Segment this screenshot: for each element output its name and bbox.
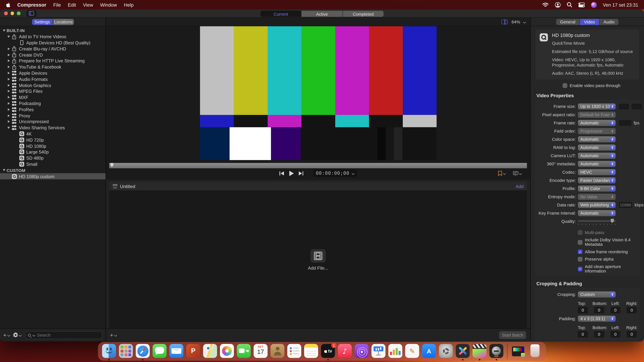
value-field[interactable] [632,104,642,109]
sidebar-item-large-540p[interactable]: Large 540p [0,149,106,155]
popup-frame-rate[interactable]: Automatic [578,120,616,126]
cropping-value-field[interactable]: 0 [578,307,588,313]
disclosure-icon[interactable] [2,169,6,171]
dock-mail[interactable] [170,344,184,360]
dock-reminders[interactable] [287,344,301,360]
popup-key-frame-interval[interactable]: Automatic [578,210,616,216]
popup-padding[interactable]: 4 x 3 (1.33:1) [578,316,616,322]
popup-color-space[interactable]: Automatic [578,136,616,142]
slider-knob[interactable] [611,219,614,223]
sidebar-item-sd-480p[interactable]: SD 480p [0,155,106,161]
disclosure-icon[interactable] [7,120,10,123]
add-preset-button[interactable]: + [3,332,10,338]
tab-current[interactable]: Current [260,11,302,17]
disclosure-icon[interactable] [7,60,10,62]
popup-cropping[interactable]: Custom [578,292,616,298]
sidebar-item-hd-1080p-custom[interactable]: HD 1080p custom [0,173,106,179]
next-frame-button[interactable] [298,171,303,175]
dock-messages[interactable] [152,344,166,360]
checkbox-allow-frame-reordering[interactable]: ✓Allow frame reordering [578,250,637,254]
enable-passthrough-checkbox[interactable]: Enable video pass-through [563,83,644,88]
data-rate-field[interactable]: 10986 [619,202,632,208]
sidebar-item-mpeg-files[interactable]: MPEG Files [0,88,106,94]
tab-general[interactable]: General [556,19,580,25]
playhead[interactable] [110,163,114,167]
padding-value-field[interactable]: 0 [610,331,620,338]
menu-help[interactable]: Help [124,2,134,7]
apple-menu-icon[interactable] [6,2,11,7]
dock-trash[interactable] [528,344,542,360]
sidebar-item-youtube-facebook[interactable]: YouTube & Facebook [0,64,106,70]
value-field[interactable] [619,104,629,109]
sidebar-item-create-blu-ray-avchd[interactable]: Create Blu-ray / AVCHD [0,46,106,52]
cropping-value-field[interactable]: 0 [627,307,637,313]
dock-finder[interactable] [102,344,116,360]
menu-window[interactable]: Window [100,2,117,7]
dock-appstore[interactable]: A [422,344,436,360]
dock-keynote[interactable] [372,344,386,360]
menu-bar-clock[interactable]: Ven 17 set 23:31 [603,2,638,7]
sidebar-item-mxf[interactable]: MXF [0,94,106,100]
dock-launchpad[interactable] [119,344,133,360]
spotlight-search-icon[interactable] [567,2,572,7]
popup-camera-lut[interactable]: Automatic [578,153,616,159]
sidebar-section-custom[interactable]: CUSTOM [0,167,106,173]
window-titlebar[interactable]: CurrentActiveCompleted [0,9,644,18]
sidebar-item-proxy[interactable]: Proxy [0,112,106,118]
add-file-button[interactable] [310,249,326,263]
popup-frame-size[interactable]: Up to 1920 x 1080 [578,103,616,110]
disclosure-icon[interactable] [7,36,10,38]
popup-360-metadata[interactable]: Automatic [578,161,616,167]
menu-file[interactable]: File [53,2,61,7]
sidebar-item-add-to-tv-home-videos[interactable]: Add to TV Home Videos [0,34,106,40]
dock-safari[interactable] [136,344,150,360]
dock-maps[interactable] [203,344,217,360]
disclosure-icon[interactable] [7,53,10,56]
batch-header[interactable]: Untitled Add [109,182,527,191]
padding-value-field[interactable]: 0 [627,331,637,338]
padding-value-field[interactable]: 0 [578,331,588,338]
sidebar-item-apple-devices-hd-best-quality[interactable]: Apple Devices HD (Best Quality) [0,40,106,46]
tab-active[interactable]: Active [302,11,343,17]
popup-codec[interactable]: HEVC [578,169,616,175]
popup-encoder-type[interactable]: Faster (standard qua... [578,177,616,183]
dock-music[interactable]: ♪ [338,344,352,360]
disclosure-icon[interactable] [7,66,10,68]
close-button[interactable] [4,12,8,15]
dock-powerpoint[interactable]: P [186,344,200,360]
sidebar-item-hd-720p[interactable]: HD 720p [0,137,106,143]
disclosure-icon[interactable] [7,90,10,92]
popup-data-rate[interactable]: Web publishing [578,202,616,208]
dock-final-cut-pro[interactable] [472,344,486,360]
dock-minimized-window[interactable] [511,344,525,360]
dock-system-preferences[interactable] [439,344,453,360]
disclosure-icon[interactable] [7,72,10,74]
disclosure-icon[interactable] [2,29,6,31]
dock-contacts[interactable] [270,344,284,360]
toggle-sidebar-button[interactable] [26,10,36,17]
tab-locations[interactable]: Locations [53,19,74,25]
tab-completed[interactable]: Completed [343,11,384,17]
popup-raw-to-log[interactable]: Automatic [578,144,616,151]
tab-video[interactable]: Video [580,19,600,25]
checkbox-include-dolby-vision-8-4-metadata[interactable]: Include Dolby Vision 8.4 Metadata [578,238,637,247]
sidebar-item-video-sharing-services[interactable]: Video Sharing Services [0,125,106,131]
sidebar-item-apple-devices[interactable]: Apple Devices [0,70,106,76]
control-center-icon[interactable] [578,2,585,7]
zoom-button[interactable] [17,12,20,15]
sidebar-item-audio-formats[interactable]: Audio Formats [0,76,106,82]
sidebar-item-prepare-for-http-live-streaming[interactable]: Prepare for HTTP Live Streaming [0,58,106,64]
cropping-value-field[interactable]: 0 [610,307,620,313]
checkbox-preserve-alpha[interactable]: Preserve alpha [578,257,637,261]
start-batch-button[interactable]: Start Batch [499,331,526,339]
dock-calendar[interactable]: SET17 [254,344,268,360]
sidebar-item-uncompressed[interactable]: Uncompressed [0,119,106,125]
dock-appletv[interactable]: tv1 [321,344,335,360]
sidebar-section-built-in[interactable]: BUILT-IN [0,27,106,33]
timecode-field[interactable]: 00:00:00;00 [313,169,357,177]
checkbox-multi-pass[interactable]: Multi-pass [578,230,637,235]
search-input[interactable] [36,332,100,338]
dock-photos[interactable] [220,344,234,360]
disclosure-icon[interactable] [7,102,10,105]
annotation-button[interactable] [513,171,521,176]
